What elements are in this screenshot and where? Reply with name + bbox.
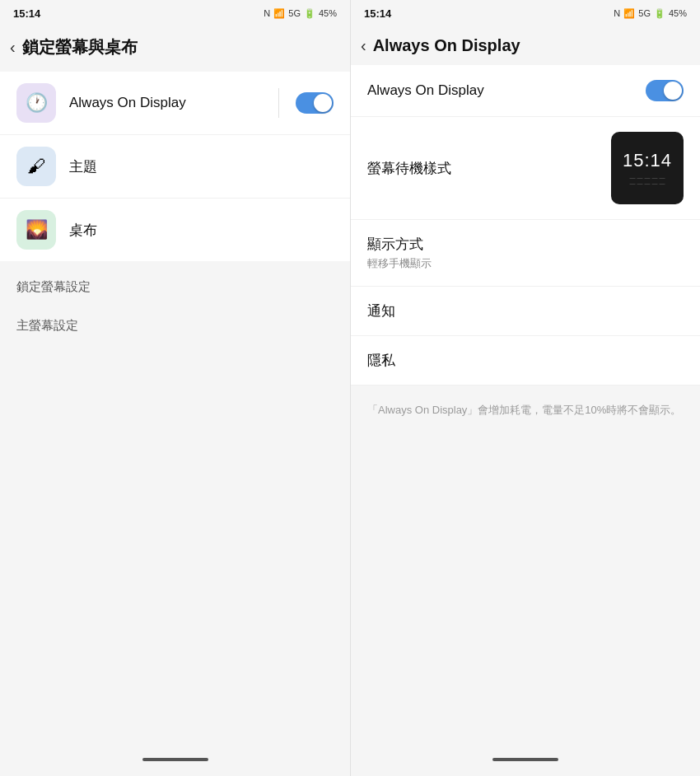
right-bottom-bar <box>351 743 700 776</box>
right-status-time: 15:14 <box>364 7 391 20</box>
left-5g-label: 5G <box>288 8 301 18</box>
privacy-label: 隱私 <box>367 351 684 370</box>
right-battery-pct: 45% <box>669 8 687 18</box>
screen-style-label: 螢幕待機樣式 <box>367 159 611 178</box>
right-signal-icon: 📶 <box>623 8 635 19</box>
list-item-theme[interactable]: 🖌 主題 <box>0 135 350 199</box>
clock-icon: 🕐 <box>26 92 48 114</box>
preview-time: 15:14 <box>623 150 672 171</box>
list-item-always-on-display[interactable]: 🕐 Always On Display <box>0 72 350 135</box>
wallpaper-icon: 🌄 <box>16 210 56 250</box>
privacy-content: 隱私 <box>367 351 684 370</box>
left-header: ‹ 鎖定螢幕與桌布 <box>0 26 350 68</box>
left-signal-icon: 📶 <box>273 8 285 19</box>
left-status-time: 15:14 <box>13 7 40 20</box>
left-battery-pct: 45% <box>319 8 337 18</box>
right-header: ‹ Always On Display <box>351 26 700 65</box>
right-page-title: Always On Display <box>373 36 520 55</box>
left-bottom-bar <box>0 743 350 776</box>
theme-icon: 🖌 <box>16 147 56 186</box>
theme-label: 主題 <box>69 157 334 176</box>
wallpaper-label: 桌布 <box>69 221 334 240</box>
right-home-indicator[interactable] <box>492 758 558 761</box>
aod-main-toggle[interactable] <box>646 80 684 101</box>
left-page-title: 鎖定螢幕與桌布 <box>22 36 138 58</box>
always-on-display-toggle[interactable] <box>296 92 334 114</box>
home-screen-settings-label: 主螢幕設定 <box>0 303 350 342</box>
aod-toggle-row[interactable]: Always On Display <box>351 65 700 117</box>
divider <box>278 88 279 118</box>
preview-sub: — — — — —— — — — — <box>630 175 665 186</box>
left-home-indicator[interactable] <box>142 758 208 761</box>
right-network-icon: N <box>614 8 620 18</box>
aod-toggle-label: Always On Display <box>367 82 484 99</box>
privacy-row[interactable]: 隱私 <box>351 336 700 386</box>
image-icon: 🌄 <box>26 219 48 241</box>
right-status-bar: 15:14 N 📶 5G 🔋 45% <box>351 0 700 26</box>
right-back-button[interactable]: ‹ <box>361 36 366 55</box>
aod-info-text: 「Always On Display」會增加耗電，電量不足10%時將不會顯示。 <box>351 386 700 436</box>
right-battery-icon: 🔋 <box>654 8 665 19</box>
right-panel: 15:14 N 📶 5G 🔋 45% ‹ Always On Display A… <box>350 0 700 776</box>
left-main-list: 🕐 Always On Display 🖌 主題 🌄 桌布 <box>0 72 350 261</box>
always-on-display-icon: 🕐 <box>16 83 56 123</box>
left-battery-icon: 🔋 <box>304 8 315 19</box>
left-back-button[interactable]: ‹ <box>10 38 16 57</box>
notification-row[interactable]: 通知 <box>351 287 700 336</box>
screen-preview: 15:14 — — — — —— — — — — <box>611 132 684 204</box>
display-mode-sub: 輕移手機顯示 <box>367 256 684 271</box>
notification-label: 通知 <box>367 302 684 320</box>
brush-icon: 🖌 <box>27 156 45 177</box>
notification-content: 通知 <box>367 302 684 320</box>
left-status-icons: N 📶 5G 🔋 45% <box>264 8 337 19</box>
left-panel: 15:14 N 📶 5G 🔋 45% ‹ 鎖定螢幕與桌布 🕐 Always On… <box>0 0 350 776</box>
left-network-icon: N <box>264 8 270 18</box>
right-5g-label: 5G <box>638 8 651 18</box>
always-on-display-label: Always On Display <box>69 95 278 111</box>
display-mode-content: 顯示方式 輕移手機顯示 <box>367 235 684 271</box>
left-status-bar: 15:14 N 📶 5G 🔋 45% <box>0 0 350 26</box>
lock-screen-settings-label: 鎖定螢幕設定 <box>0 264 350 303</box>
display-mode-label: 顯示方式 <box>367 235 684 254</box>
screen-style-row[interactable]: 螢幕待機樣式 15:14 — — — — —— — — — — <box>351 117 700 220</box>
right-status-icons: N 📶 5G 🔋 45% <box>614 8 687 19</box>
display-mode-row[interactable]: 顯示方式 輕移手機顯示 <box>351 220 700 287</box>
list-item-wallpaper[interactable]: 🌄 桌布 <box>0 199 350 261</box>
